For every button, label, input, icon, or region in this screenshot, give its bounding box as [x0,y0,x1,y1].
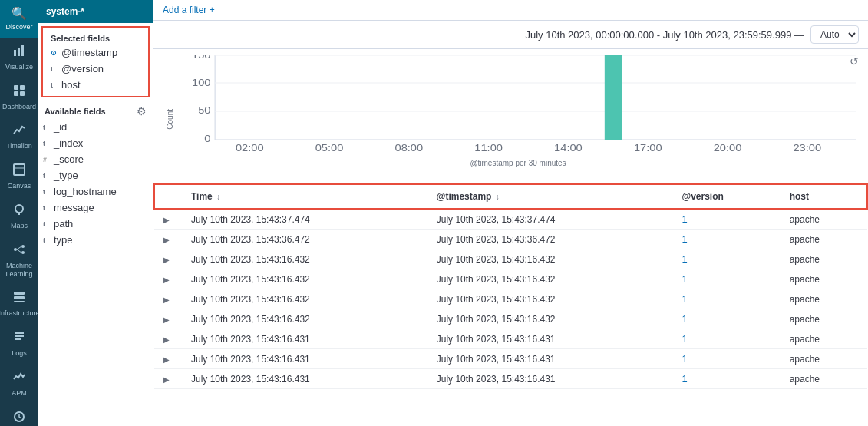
field-host-name: host [61,79,81,91]
expand-cell[interactable]: ▶ [154,269,182,289]
cell-time: July 10th 2023, 15:43:16.432 [182,269,427,289]
fields-panel: system-* Selected fields ⊙ @timestamp t … [38,0,153,426]
field-log-hostname-name: log_hostname [54,186,117,197]
sidebar-item-visualize[interactable]: Visualize [0,38,38,78]
svg-text:17:00: 17:00 [634,142,662,154]
expand-cell[interactable]: ▶ [154,249,182,269]
field-index[interactable]: t _index [38,135,153,151]
expand-arrow[interactable]: ▶ [163,355,173,364]
table-row: ▶ July 10th 2023, 15:43:16.431 July 10th… [154,329,867,349]
auto-select[interactable]: Auto [810,25,859,44]
svg-line-14 [17,246,21,249]
svg-rect-3 [14,85,18,90]
canvas-icon [12,163,26,180]
selected-fields-label: Selected fields [46,31,145,45]
chart-container: 150 100 50 0 02:00 05:00 08:00 11:00 14:… [180,55,856,174]
sidebar-item-maps-label: Maps [11,222,28,230]
reset-zoom-icon[interactable]: ↺ [850,55,859,68]
sidebar-item-discover[interactable]: 🔍 Discover [0,0,38,38]
top-bar: Add a filter + [153,0,868,21]
field-type-2[interactable]: t type [38,232,153,248]
sidebar-item-infrastructure[interactable]: Infrastructure [0,284,38,324]
sidebar-item-visualize-label: Visualize [5,63,33,71]
svg-line-15 [17,249,21,253]
cell-host: apache [781,269,867,289]
sidebar-item-uptime[interactable]: Uptime [0,404,38,426]
field-type-icon: t [51,65,58,73]
apm-icon [12,370,26,387]
gear-icon[interactable]: ⚙ [137,105,147,117]
selected-fields-section: Selected fields ⊙ @timestamp t @version … [41,26,150,97]
expand-cell[interactable]: ▶ [154,349,182,369]
sidebar-item-ml[interactable]: Machine Learning [0,236,38,285]
table-row: ▶ July 10th 2023, 15:43:16.432 July 10th… [154,309,867,329]
svg-rect-1 [18,48,20,56]
sidebar-item-logs[interactable]: Logs [0,324,38,364]
field-path[interactable]: t path [38,216,153,232]
sidebar-item-maps[interactable]: Maps [0,196,38,236]
table-row: ▶ July 10th 2023, 15:43:16.432 July 10th… [154,249,867,269]
logs-icon [12,330,26,347]
field-id[interactable]: t _id [38,119,153,135]
sidebar-item-timelion[interactable]: Timelion [0,117,38,157]
expand-cell[interactable]: ▶ [154,309,182,329]
cell-time: July 10th 2023, 15:43:16.432 [182,249,427,269]
sort-icon: ↕ [216,193,220,201]
expand-cell[interactable]: ▶ [154,329,182,349]
field-message[interactable]: t message [38,200,153,216]
expand-cell[interactable]: ▶ [154,230,182,249]
svg-rect-6 [20,91,25,96]
svg-text:0: 0 [204,133,210,144]
sidebar-item-dashboard-label: Dashboard [2,103,36,111]
field-type-icon: t [43,236,51,244]
table-row: ▶ July 10th 2023, 15:43:16.432 July 10th… [154,289,867,309]
cell-host: apache [781,329,867,349]
expand-cell[interactable]: ▶ [154,209,182,230]
table-area: Time ↕ @timestamp ↕ @version host ▶ July… [153,183,868,426]
cell-timestamp: July 10th 2023, 15:43:16.432 [427,269,673,289]
sidebar-item-canvas[interactable]: Canvas [0,157,38,196]
sidebar-item-timelion-label: Timelion [6,142,32,150]
th-expand [154,184,182,209]
svg-rect-5 [14,91,18,96]
th-time[interactable]: Time ↕ [182,184,427,209]
field-score[interactable]: # _score [38,151,153,167]
cell-timestamp: July 10th 2023, 15:43:16.432 [427,309,673,329]
expand-arrow[interactable]: ▶ [163,256,173,264]
expand-arrow[interactable]: ▶ [163,236,173,244]
expand-arrow[interactable]: ▶ [163,216,173,224]
field-timestamp[interactable]: ⊙ @timestamp [46,45,145,61]
field-version-name: @version [61,63,104,74]
sidebar-item-dashboard[interactable]: Dashboard [0,78,38,117]
cell-version: 1 [672,209,780,230]
expand-arrow[interactable]: ▶ [163,335,173,344]
th-version[interactable]: @version [672,184,780,209]
expand-arrow[interactable]: ▶ [163,315,173,324]
field-log-hostname[interactable]: t log_hostname [38,183,153,200]
field-type-icon: t [43,172,51,180]
th-timestamp[interactable]: @timestamp ↕ [427,184,673,209]
add-filter-button[interactable]: Add a filter + [163,5,215,15]
expand-cell[interactable]: ▶ [154,289,182,309]
svg-text:50: 50 [198,104,211,116]
expand-arrow[interactable]: ▶ [163,375,173,384]
svg-rect-45 [605,55,622,140]
chart-x-label: @timestamp per 30 minutes [180,159,856,167]
expand-arrow[interactable]: ▶ [163,276,173,284]
field-type-icon: t [43,204,51,212]
expand-cell[interactable]: ▶ [154,369,182,389]
field-index-name: _index [54,137,83,149]
sidebar-item-apm[interactable]: APM [0,364,38,404]
field-type-icon: # [43,156,51,163]
cell-time: July 10th 2023, 15:43:16.432 [182,289,427,309]
field-message-name: message [54,202,94,213]
field-host[interactable]: t host [46,77,145,93]
th-host[interactable]: host [781,184,867,209]
field-version[interactable]: t @version [46,61,145,77]
table-row: ▶ July 10th 2023, 15:43:16.431 July 10th… [154,349,867,369]
cell-timestamp: July 10th 2023, 15:43:16.432 [427,249,673,269]
field-type[interactable]: t _type [38,167,153,183]
expand-arrow[interactable]: ▶ [163,296,173,304]
visualize-icon [12,44,26,61]
svg-rect-21 [15,338,21,340]
